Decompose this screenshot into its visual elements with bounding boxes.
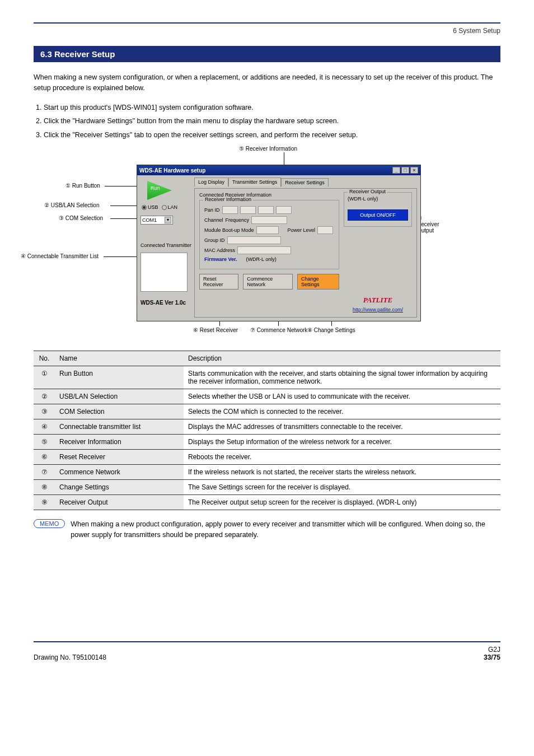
intro-paragraph: When making a new system configuration, … bbox=[34, 72, 500, 94]
table-row-name: USB/LAN Selection bbox=[55, 389, 184, 404]
usb-radio[interactable] bbox=[142, 205, 147, 210]
frequency-field bbox=[251, 216, 287, 224]
table-row-desc: Selects the COM which is connected to th… bbox=[184, 404, 500, 419]
callout-com: ③ COM Selection bbox=[59, 215, 103, 221]
table-row-name: Connectable transmitter list bbox=[55, 419, 184, 435]
receiver-output-legend: Receiver Output bbox=[348, 189, 387, 194]
run-button-label: Run bbox=[151, 185, 160, 191]
table-row-no: ③ bbox=[34, 404, 55, 419]
screenshot-figure: ① Run Button ② USB/LAN Selection ③ COM S… bbox=[93, 149, 441, 334]
connected-transmitter-list[interactable] bbox=[140, 253, 188, 292]
footer-code: G2J bbox=[484, 646, 500, 654]
version-label: WDS-AE Ver 1.0c bbox=[140, 300, 192, 306]
footer-drawing-no: Drawing No. T95100148 bbox=[34, 654, 106, 661]
table-row-name: Receiver Output bbox=[55, 495, 184, 510]
close-icon[interactable]: × bbox=[410, 167, 418, 174]
app-window: WDS-AE Hardware setup _ □ × Run bbox=[137, 165, 421, 321]
callout-ct-list: ④ Connectable Transmitter List bbox=[21, 253, 99, 259]
window-title: WDS-AE Hardware setup bbox=[139, 167, 205, 174]
table-row-no: ⑥ bbox=[34, 450, 55, 465]
panid-label: Pan ID bbox=[204, 207, 220, 213]
table-row-no: ⑤ bbox=[34, 435, 55, 450]
tab-transmitter-settings[interactable]: Transmitter Settings bbox=[228, 178, 281, 186]
step-item: Click the "Hardware Settings" button fro… bbox=[44, 115, 500, 128]
table-row-no: ① bbox=[34, 366, 55, 389]
panid-field-3 bbox=[258, 206, 274, 214]
frequency-label: Frequency bbox=[226, 217, 250, 223]
change-settings-button[interactable]: Change Settings bbox=[297, 274, 339, 290]
step-item: Click the "Receiver Settings" tab to ope… bbox=[44, 129, 500, 142]
firmware-wdrl-note: (WDR-L only) bbox=[246, 256, 277, 262]
table-row-desc: Selects whether the USB or LAN is used t… bbox=[184, 389, 500, 404]
bootmode-label: Module Boot-up Mode bbox=[204, 227, 254, 233]
lan-radio[interactable] bbox=[162, 205, 167, 210]
groupid-label: Group ID bbox=[204, 237, 225, 243]
th-no: No. bbox=[34, 351, 55, 366]
connected-transmitter-label: Connected Transmitter bbox=[140, 242, 192, 248]
th-name: Name bbox=[55, 351, 184, 366]
minimize-icon[interactable]: _ bbox=[392, 167, 400, 174]
powerlevel-label: Power Level bbox=[288, 227, 316, 233]
table-row-desc: Displays the Setup information of the wi… bbox=[184, 435, 500, 450]
page-footer: Drawing No. T95100148 G2J 33/75 bbox=[34, 641, 500, 661]
panid-field-1 bbox=[222, 206, 238, 214]
reset-receiver-button[interactable]: Reset Receiver bbox=[199, 274, 238, 290]
panid-field-2 bbox=[240, 206, 256, 214]
memo-badge: MEMO bbox=[34, 519, 65, 528]
table-row-name: Change Settings bbox=[55, 480, 184, 495]
mac-field bbox=[237, 246, 291, 254]
callout-run: ① Run Button bbox=[65, 183, 100, 189]
callout-change: ⑧ Change Settings bbox=[307, 327, 355, 333]
memo-text: When making a new product configuration,… bbox=[71, 519, 500, 540]
brand-link[interactable]: http://www.patlite.com/ bbox=[344, 307, 412, 312]
powerlevel-field bbox=[317, 226, 333, 234]
callout-usb-lan: ② USB/LAN Selection bbox=[44, 202, 100, 208]
brand-logo: PATLITE bbox=[344, 296, 412, 305]
receiver-info-group: Receiver Information Pan ID Channel bbox=[199, 200, 339, 269]
commence-network-button[interactable]: Commence Network bbox=[243, 274, 293, 290]
page-header: 6 System Setup bbox=[34, 27, 500, 35]
receiver-output-note: (WDR-L only) bbox=[348, 196, 408, 202]
table-row-name: Receiver Information bbox=[55, 435, 184, 450]
usb-radio-label: USB bbox=[148, 204, 158, 210]
table-row-desc: The Receiver output setup screen for the… bbox=[184, 495, 500, 510]
th-desc: Description bbox=[184, 351, 500, 366]
table-row-no: ⑨ bbox=[34, 495, 55, 510]
callout-receiver-info: ⑤ Receiver Information bbox=[239, 146, 297, 152]
footer-page-number: 33/75 bbox=[484, 654, 500, 661]
table-row-name: Reset Receiver bbox=[55, 450, 184, 465]
chevron-down-icon: ▾ bbox=[165, 217, 171, 223]
tab-log-display[interactable]: Log Display bbox=[194, 178, 228, 186]
section-title: 6.3 Receiver Setup bbox=[34, 46, 500, 62]
panid-field-4 bbox=[276, 206, 292, 214]
table-row-name: COM Selection bbox=[55, 404, 184, 419]
table-row-name: Commence Network bbox=[55, 465, 184, 480]
table-row-name: Run Button bbox=[55, 366, 184, 389]
mac-label: MAC Address bbox=[204, 248, 235, 253]
titlebar: WDS-AE Hardware setup _ □ × bbox=[137, 165, 420, 175]
channel-label: Channel bbox=[204, 217, 223, 223]
bootmode-field bbox=[256, 226, 279, 234]
table-row-desc: Reboots the receiver. bbox=[184, 450, 500, 465]
firmware-label: Firmware Ver. bbox=[204, 256, 237, 262]
output-onoff-button[interactable]: Output ON/OFF bbox=[348, 209, 408, 221]
table-row-desc: If the wireless network is not started, … bbox=[184, 465, 500, 480]
table-row-no: ④ bbox=[34, 419, 55, 435]
table-row-desc: The Save Settings screen for the receive… bbox=[184, 480, 500, 495]
description-table: No. Name Description ①Run ButtonStarts c… bbox=[34, 351, 500, 510]
receiver-output-group: Receiver Output (WDR-L only) Output ON/O… bbox=[344, 192, 412, 227]
table-row-desc: Starts communication with the receiver, … bbox=[184, 366, 500, 389]
table-row-no: ② bbox=[34, 389, 55, 404]
com-select[interactable]: COM1 ▾ bbox=[140, 216, 173, 225]
com-select-value: COM1 bbox=[142, 217, 157, 223]
callout-reset: ⑥ Reset Receiver bbox=[193, 327, 238, 333]
callout-commence: ⑦ Commence Network bbox=[250, 327, 307, 333]
maximize-icon[interactable]: □ bbox=[401, 167, 409, 174]
table-row-desc: Displays the MAC addresses of transmitte… bbox=[184, 419, 500, 435]
lan-radio-label: LAN bbox=[168, 204, 178, 210]
tab-receiver-settings[interactable]: Receiver Settings bbox=[281, 178, 329, 187]
groupid-field bbox=[227, 236, 281, 244]
steps-list: Start up this product's [WDS-WIN01] syst… bbox=[34, 101, 500, 142]
step-item: Start up this product's [WDS-WIN01] syst… bbox=[44, 101, 500, 114]
table-row-no: ⑧ bbox=[34, 480, 55, 495]
